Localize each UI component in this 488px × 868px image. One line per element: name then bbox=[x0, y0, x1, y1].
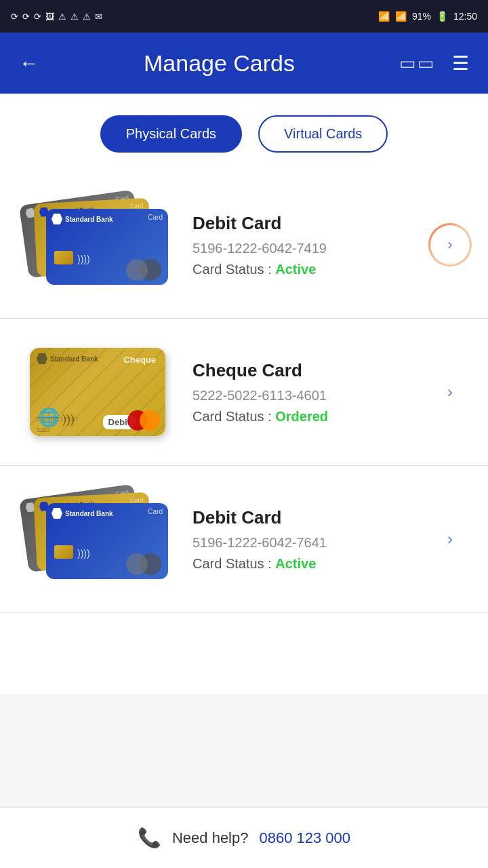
mc-orange-circle bbox=[140, 410, 160, 431]
main-content: Physical Cards Virtual Cards Standard Ba… bbox=[0, 94, 488, 694]
arrow-button-cheque[interactable]: › bbox=[428, 370, 472, 414]
card-brand-circles-b bbox=[126, 553, 161, 575]
card-info-debit2: Debit Card 5196-1222-6042-7641 Card Stat… bbox=[192, 507, 415, 572]
card-name-debit1: Debit Card bbox=[192, 213, 415, 234]
card-brand-circles bbox=[126, 259, 161, 281]
clock: 12:50 bbox=[453, 11, 477, 22]
phone-icon: 📞 bbox=[138, 827, 161, 849]
card-item-debit1: Standard Bank Card Standard Bank Card St… bbox=[0, 172, 488, 319]
card-item-debit2: Standard Bank Card Standard Bank Card St… bbox=[0, 466, 488, 613]
back-button[interactable]: ← bbox=[19, 52, 39, 75]
card-item-cheque: Cheque Standard Bank 🌐 ))) Debit 5222 EX… bbox=[0, 319, 488, 466]
header-actions: ▭▭ ☰ bbox=[399, 52, 469, 75]
cheque-type-label: Cheque bbox=[123, 355, 156, 365]
help-phone-number[interactable]: 0860 123 000 bbox=[259, 829, 350, 847]
icon-warning3: ⚠ bbox=[83, 12, 91, 22]
tab-virtual[interactable]: Virtual Cards bbox=[258, 115, 388, 153]
icon-warning2: ⚠ bbox=[70, 12, 79, 22]
icon-refresh3: ⟳ bbox=[34, 12, 41, 22]
mastercard-logo bbox=[127, 410, 160, 431]
card-image-debit1: Standard Bank Card Standard Bank Card St… bbox=[16, 191, 179, 299]
status-icons-left: ⟳ ⟳ ⟳ 🖼 ⚠ ⚠ ⚠ ✉ bbox=[11, 12, 102, 22]
arrow-button-debit2[interactable]: › bbox=[428, 517, 472, 561]
debit-card-stack: Standard Bank Card Standard Bank Card St… bbox=[23, 194, 172, 296]
tab-physical[interactable]: Physical Cards bbox=[100, 115, 242, 153]
status-icons-right: 📶 📶 91% 🔋 12:50 bbox=[378, 11, 477, 22]
card-image-cheque: Cheque Standard Bank 🌐 ))) Debit 5222 EX… bbox=[16, 338, 179, 446]
card-number-debit1: 5196-1222-6042-7419 bbox=[192, 241, 415, 256]
chip-b bbox=[54, 545, 73, 559]
card-layer-front: Standard Bank Card )))) bbox=[46, 209, 168, 285]
status-value-cheque: Ordered bbox=[275, 409, 328, 424]
tab-bar: Physical Cards Virtual Cards bbox=[0, 94, 488, 172]
status-value-debit2: Active bbox=[275, 556, 316, 571]
icon-image: 🖼 bbox=[45, 12, 54, 22]
icon-warning1: ⚠ bbox=[58, 12, 66, 22]
status-value-debit1: Active bbox=[275, 262, 316, 277]
card-layer-front-b: Standard Bank Card )))) bbox=[46, 503, 168, 579]
icon-refresh1: ⟳ bbox=[11, 12, 18, 22]
expiry-display: EXPIRES END bbox=[37, 416, 78, 422]
chevron-right-icon: › bbox=[447, 236, 452, 254]
icon-refresh2: ⟳ bbox=[22, 12, 30, 22]
card-number-display: 5222 bbox=[37, 427, 50, 433]
card-name-cheque: Cheque Card bbox=[192, 360, 415, 381]
card-number-cheque: 5222-5022-6113-4601 bbox=[192, 388, 415, 403]
chevron-right-icon: › bbox=[447, 382, 453, 401]
card-status-debit2: Card Status : Active bbox=[192, 556, 415, 572]
debit2-card-stack: Standard Bank Card Standard Bank Card St… bbox=[23, 488, 172, 590]
card-status-debit1: Card Status : Active bbox=[192, 262, 415, 277]
cheque-card-visual: Cheque Standard Bank 🌐 ))) Debit 5222 EX… bbox=[30, 348, 165, 436]
icon-battery: 🔋 bbox=[436, 11, 448, 22]
help-text: Need help? bbox=[172, 829, 249, 847]
header: ← Manage Cards ▭▭ ☰ bbox=[0, 33, 488, 94]
icon-mail: ✉ bbox=[95, 12, 102, 22]
menu-icon[interactable]: ☰ bbox=[452, 52, 469, 75]
card-image-debit2: Standard Bank Card Standard Bank Card St… bbox=[16, 485, 179, 593]
card-name-debit2: Debit Card bbox=[192, 507, 415, 528]
card-view-icon[interactable]: ▭▭ bbox=[399, 53, 436, 74]
cheque-bank-logo: Standard Bank bbox=[37, 353, 98, 364]
battery-percent: 91% bbox=[412, 11, 431, 22]
card-number-debit2: 5196-1222-6042-7641 bbox=[192, 535, 415, 551]
card-status-cheque: Card Status : Ordered bbox=[192, 409, 415, 425]
icon-signal: 📶 bbox=[395, 11, 407, 22]
chevron-right-icon: › bbox=[447, 530, 453, 549]
help-bar: 📞 Need help? 0860 123 000 bbox=[0, 807, 488, 868]
chip bbox=[54, 251, 73, 264]
status-label-debit1: Card Status : bbox=[192, 262, 275, 277]
page-title: Manage Cards bbox=[144, 50, 295, 77]
card-info-debit1: Debit Card 5196-1222-6042-7419 Card Stat… bbox=[192, 213, 415, 277]
icon-wifi: 📶 bbox=[378, 11, 390, 22]
arrow-button-debit1[interactable]: › bbox=[428, 223, 472, 267]
status-label-debit2: Card Status : bbox=[192, 556, 275, 571]
card-info-cheque: Cheque Card 5222-5022-6113-4601 Card Sta… bbox=[192, 360, 415, 425]
spacer bbox=[0, 613, 488, 694]
status-label-cheque: Card Status : bbox=[192, 409, 275, 424]
status-bar: ⟳ ⟳ ⟳ 🖼 ⚠ ⚠ ⚠ ✉ 📶 📶 91% 🔋 12:50 bbox=[0, 0, 488, 33]
